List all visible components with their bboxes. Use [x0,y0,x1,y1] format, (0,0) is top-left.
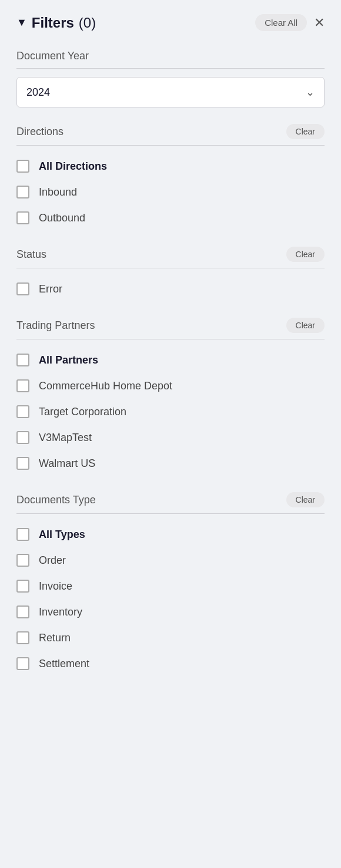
status-error-checkbox[interactable] [16,282,29,295]
trading-partners-all-item: All Partners [16,348,325,372]
trading-partners-commercehub-label: CommerceHub Home Depot [39,380,172,392]
trading-partners-v3maptest-item: V3MapTest [16,425,325,450]
status-error-item: Error [16,277,325,301]
doc-type-all-label: All Types [39,529,85,541]
trading-partners-v3maptest-checkbox[interactable] [16,431,29,444]
chevron-down-icon: ⌄ [306,86,315,99]
doc-type-invoice-item: Invoice [16,574,325,598]
doc-type-order-checkbox[interactable] [16,554,29,567]
doc-type-settlement-checkbox[interactable] [16,657,29,670]
trading-partners-target-item: Target Corporation [16,399,325,424]
trading-partners-title: Trading Partners [16,319,95,332]
doc-type-all-checkbox[interactable] [16,528,29,541]
trading-partners-v3maptest-label: V3MapTest [39,432,92,444]
trading-partners-header: Trading Partners Clear [16,318,325,333]
directions-section: Directions Clear All Directions Inbound … [16,124,325,230]
doc-type-inventory-checkbox[interactable] [16,605,29,618]
status-divider [16,268,325,268]
status-title: Status [16,248,46,261]
filters-panel: ▼ Filters (0) Clear All ✕ Document Year … [0,0,341,868]
doc-type-return-checkbox[interactable] [16,631,29,644]
filters-count: (0) [79,15,96,31]
directions-all-checkbox[interactable] [16,160,29,173]
trading-partners-commercehub-item: CommerceHub Home Depot [16,374,325,398]
directions-inbound-checkbox[interactable] [16,186,29,199]
trading-partners-commercehub-checkbox[interactable] [16,379,29,392]
doc-type-return-label: Return [39,632,71,644]
trading-partners-all-label: All Partners [39,354,98,366]
doc-type-order-label: Order [39,554,66,567]
directions-divider [16,145,325,146]
directions-title: Directions [16,126,63,138]
directions-inbound-item: Inbound [16,180,325,204]
directions-outbound-label: Outbound [39,212,85,224]
filters-title: Filters [32,15,74,31]
trading-partners-target-label: Target Corporation [39,406,126,418]
directions-all-label: All Directions [39,160,107,173]
status-header: Status Clear [16,247,325,262]
document-year-section: Document Year 2024 ⌄ [16,50,325,107]
trading-partners-all-checkbox[interactable] [16,354,29,366]
document-year-header: Document Year [16,50,325,62]
documents-type-clear-button[interactable]: Clear [286,492,325,507]
directions-header: Directions Clear [16,124,325,139]
trading-partners-divider [16,339,325,339]
doc-type-inventory-item: Inventory [16,600,325,624]
documents-type-section: Documents Type Clear All Types Order Inv… [16,492,325,676]
year-dropdown[interactable]: 2024 ⌄ [16,77,325,107]
status-clear-button[interactable]: Clear [286,247,325,262]
doc-type-inventory-label: Inventory [39,606,82,618]
directions-all-item: All Directions [16,154,325,179]
header-right: Clear All ✕ [255,14,325,31]
documents-type-header: Documents Type Clear [16,492,325,507]
clear-all-button[interactable]: Clear All [255,14,307,31]
doc-type-all-item: All Types [16,522,325,547]
doc-type-settlement-label: Settlement [39,658,89,670]
document-year-title: Document Year [16,50,89,62]
documents-type-divider [16,513,325,514]
trading-partners-section: Trading Partners Clear All Partners Comm… [16,318,325,476]
doc-type-invoice-checkbox[interactable] [16,580,29,593]
filter-icon: ▼ [16,16,27,29]
status-error-label: Error [39,283,62,295]
trading-partners-walmart-checkbox[interactable] [16,457,29,470]
trading-partners-target-checkbox[interactable] [16,405,29,418]
year-value: 2024 [26,86,50,99]
trading-partners-walmart-label: Walmart US [39,457,95,470]
doc-type-settlement-item: Settlement [16,651,325,676]
directions-clear-button[interactable]: Clear [286,124,325,139]
status-section: Status Clear Error [16,247,325,301]
documents-type-title: Documents Type [16,494,96,506]
directions-outbound-checkbox[interactable] [16,211,29,224]
close-button[interactable]: ✕ [314,16,325,29]
document-year-divider [16,68,325,69]
doc-type-order-item: Order [16,548,325,573]
directions-outbound-item: Outbound [16,206,325,230]
header-left: ▼ Filters (0) [16,15,96,31]
trading-partners-clear-button[interactable]: Clear [286,318,325,333]
trading-partners-walmart-item: Walmart US [16,451,325,476]
directions-inbound-label: Inbound [39,186,77,199]
filters-header: ▼ Filters (0) Clear All ✕ [16,14,325,31]
doc-type-invoice-label: Invoice [39,580,72,593]
doc-type-return-item: Return [16,625,325,650]
